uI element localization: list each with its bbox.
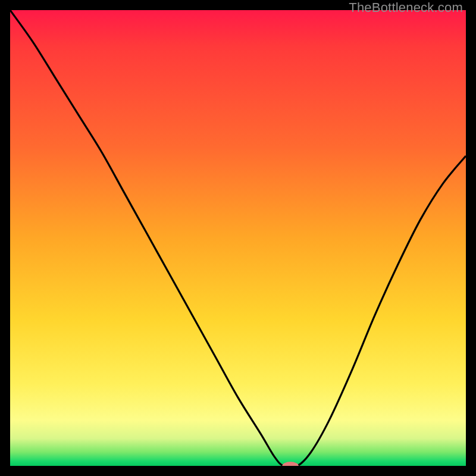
bottleneck-curve bbox=[10, 10, 466, 466]
plot-area bbox=[10, 10, 466, 466]
minimum-marker bbox=[282, 462, 299, 466]
chart-frame: TheBottleneck.com bbox=[0, 0, 476, 476]
curve-path bbox=[10, 10, 466, 466]
attribution-label: TheBottleneck.com bbox=[349, 0, 463, 15]
